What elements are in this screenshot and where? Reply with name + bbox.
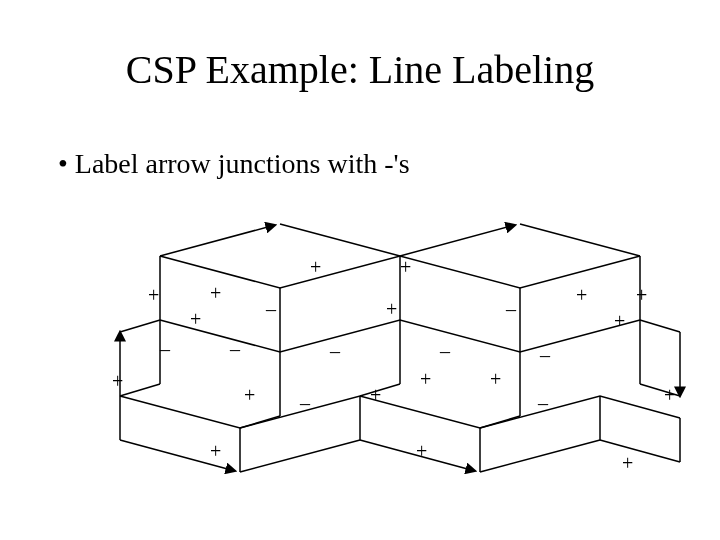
lbl-g: _: [506, 290, 516, 313]
svg-line-9: [120, 320, 160, 332]
lbl-o: _: [440, 332, 450, 355]
svg-line-24: [480, 440, 600, 472]
svg-line-3: [520, 224, 640, 256]
svg-line-30: [480, 416, 520, 428]
lbl-y: +: [416, 440, 427, 463]
lbl-x: +: [210, 440, 221, 463]
lbl-t: +: [370, 384, 381, 407]
svg-line-28: [240, 416, 280, 428]
lbl-b: +: [400, 256, 411, 279]
lbl-v: _: [538, 384, 548, 407]
lbl-w: +: [664, 384, 675, 407]
lbl-h: +: [576, 284, 587, 307]
lbl-m: _: [230, 330, 240, 353]
svg-line-1: [280, 224, 400, 256]
lbl-k: +: [614, 310, 625, 333]
svg-line-0: [160, 225, 275, 256]
lbl-q: +: [112, 370, 123, 393]
lbl-u: +: [490, 368, 501, 391]
svg-line-11: [640, 320, 680, 332]
svg-line-13: [120, 384, 160, 396]
lbl-a: +: [310, 256, 321, 279]
lbl-e: _: [266, 290, 276, 313]
svg-line-25: [600, 440, 680, 462]
lbl-p: _: [540, 336, 550, 359]
lbl-c: +: [148, 284, 159, 307]
lbl-i: +: [636, 284, 647, 307]
lbl-r: +: [244, 384, 255, 407]
lbl-j: +: [190, 308, 201, 331]
svg-line-22: [240, 440, 360, 472]
line-drawing: [0, 0, 720, 540]
lbl-d: +: [210, 282, 221, 305]
lbl-l: _: [160, 330, 170, 353]
lbl-extra1: +: [420, 368, 431, 391]
lbl-z: +: [622, 452, 633, 475]
lbl-s: _: [300, 384, 310, 407]
lbl-f: +: [386, 298, 397, 321]
lbl-n: _: [330, 332, 340, 355]
svg-line-2: [400, 225, 515, 256]
